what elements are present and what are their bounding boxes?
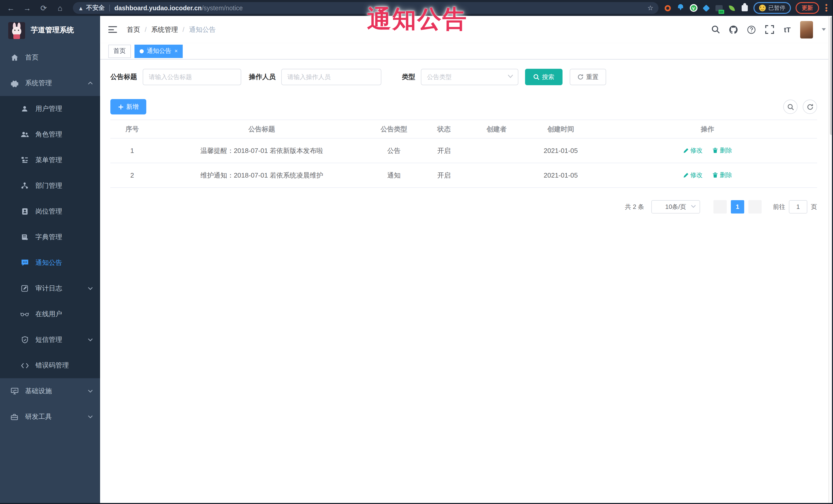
goto-page-input[interactable] <box>789 200 807 214</box>
search-form: 公告标题 操作人员 类型 搜索 <box>110 69 817 85</box>
plus-icon <box>118 104 124 110</box>
forward-icon[interactable]: → <box>21 1 34 15</box>
col-header-create-time: 创建时间 <box>524 124 598 134</box>
col-header-seq: 序号 <box>110 124 154 134</box>
toolbox-icon <box>10 413 19 421</box>
extension-pin-icon[interactable] <box>676 4 685 12</box>
warning-icon: ▲ <box>78 5 84 11</box>
extension-leaf-icon[interactable] <box>728 4 736 12</box>
annotation-overlay-text: 通知公告 <box>367 3 468 35</box>
add-button[interactable]: 新增 <box>110 99 146 115</box>
home-icon[interactable]: ⌂ <box>53 1 67 15</box>
delete-link[interactable]: 删除 <box>713 146 732 155</box>
sidebar-item-sms[interactable]: 短信管理 <box>0 327 100 353</box>
avatar[interactable] <box>800 21 813 38</box>
sidebar-item-online-users[interactable]: 在线用户 <box>0 301 100 327</box>
cell-seq: 1 <box>110 147 154 154</box>
chevron-down-icon <box>88 287 93 290</box>
back-icon[interactable]: ← <box>4 1 18 15</box>
logo[interactable]: 芋道管理系统 <box>0 16 100 45</box>
sidebar-item-departments[interactable]: 部门管理 <box>0 173 100 199</box>
scrollbar-track[interactable] <box>828 16 833 504</box>
refresh-table-button[interactable] <box>803 100 817 114</box>
table-row: 2 维护通知：2018-07-01 若依系统凌晨维护 通知 开启 2021-01… <box>110 163 817 188</box>
sidebar-item-label: 通知公告 <box>35 258 62 267</box>
browser-menu-icon[interactable]: ••• <box>824 3 829 12</box>
cell-actions: 修改 删除 <box>598 171 817 180</box>
breadcrumb-home[interactable]: 首页 <box>127 25 140 34</box>
sidebar-item-dict[interactable]: 字典管理 <box>0 224 100 250</box>
cell-type: 通知 <box>370 171 418 180</box>
org-chart-icon <box>21 182 29 190</box>
sidebar-item-label: 菜单管理 <box>35 155 62 165</box>
chevron-down-icon <box>88 415 93 418</box>
sidebar-item-error-codes[interactable]: 错误码管理 <box>0 353 100 378</box>
chevron-up-icon <box>88 81 93 85</box>
breadcrumb-system[interactable]: 系统管理 <box>151 25 178 34</box>
sidebar-item-roles[interactable]: 角色管理 <box>0 122 100 147</box>
sidebar-item-label: 错误码管理 <box>35 361 69 370</box>
reload-icon[interactable]: ⟳ <box>37 1 50 15</box>
page-size-select[interactable]: 10条/页 <box>651 200 700 214</box>
profile-paused-chip[interactable]: 已暂停 <box>754 2 791 14</box>
search-icon[interactable] <box>710 24 721 34</box>
search-icon <box>533 74 540 80</box>
active-dot-icon <box>140 49 144 53</box>
extension-green-icon[interactable]: v <box>689 4 697 12</box>
monitor-icon <box>10 387 19 395</box>
tags-view-bar: 首页 通知公告 × <box>100 43 833 59</box>
tab-close-icon[interactable]: × <box>174 48 178 54</box>
update-button[interactable]: 更新 <box>795 2 819 14</box>
sidebar-item-notice[interactable]: 通知公告 <box>0 250 100 275</box>
prev-page-button[interactable] <box>713 200 727 214</box>
delete-link[interactable]: 删除 <box>713 171 732 179</box>
col-header-status: 状态 <box>418 124 470 134</box>
type-select-input[interactable] <box>421 69 518 85</box>
sidebar-item-infrastructure[interactable]: 基础设施 <box>0 378 100 404</box>
extensions-puzzle-icon[interactable] <box>741 4 749 12</box>
next-page-button[interactable] <box>748 200 762 214</box>
sidebar-item-label: 部门管理 <box>35 181 62 190</box>
type-select[interactable] <box>421 69 518 85</box>
github-icon[interactable] <box>728 24 739 34</box>
search-button[interactable]: 搜索 <box>525 69 563 85</box>
font-size-icon[interactable]: tT <box>782 24 792 34</box>
operator-input[interactable] <box>281 69 381 85</box>
bookmark-star-icon[interactable]: ☆ <box>647 4 653 12</box>
hamburger-icon[interactable] <box>108 26 118 33</box>
edit-link[interactable]: 修改 <box>683 171 703 180</box>
scrollbar-thumb[interactable] <box>830 17 833 135</box>
extension-gem-icon[interactable] <box>702 4 710 12</box>
sidebar-item-label: 在线用户 <box>35 310 62 319</box>
trash-icon <box>713 172 718 178</box>
tab-home[interactable]: 首页 <box>108 44 131 58</box>
sidebar-item-home[interactable]: 首页 <box>0 45 100 70</box>
sidebar-item-label: 系统管理 <box>25 78 52 88</box>
notice-table: 序号 公告标题 公告类型 状态 创建者 创建时间 操作 1 温馨提醒：2018-… <box>110 120 817 188</box>
sidebar-item-menus[interactable]: 菜单管理 <box>0 147 100 173</box>
url-bar[interactable]: ▲ 不安全 dashboard.yudao.iocoder.cn /system… <box>73 2 659 14</box>
type-label: 类型 <box>402 72 415 81</box>
extension-orange-icon[interactable] <box>664 4 672 12</box>
glasses-icon <box>21 310 29 318</box>
extension-switch-icon[interactable]: on <box>715 4 723 12</box>
page-jumper: 前往 页 <box>773 200 817 214</box>
sidebar-item-posts[interactable]: 岗位管理 <box>0 199 100 224</box>
edit-link[interactable]: 修改 <box>683 146 703 155</box>
sidebar: 芋道管理系统 首页 系统管理 <box>0 16 100 504</box>
current-page-button[interactable]: 1 <box>731 200 744 214</box>
tab-notice[interactable]: 通知公告 × <box>135 44 183 58</box>
help-icon[interactable] <box>746 24 757 34</box>
reset-button[interactable]: 重置 <box>570 69 606 85</box>
fullscreen-icon[interactable] <box>764 24 775 34</box>
toggle-search-button[interactable] <box>783 100 798 114</box>
sidebar-item-users[interactable]: 用户管理 <box>0 96 100 122</box>
col-header-title: 公告标题 <box>154 124 370 134</box>
notice-title-input[interactable] <box>143 69 241 85</box>
sidebar-item-system[interactable]: 系统管理 <box>0 70 100 96</box>
sidebar-item-audit-log[interactable]: 审计日志 <box>0 275 100 301</box>
cell-seq: 2 <box>110 171 154 179</box>
sidebar-item-label: 首页 <box>25 53 39 62</box>
avatar-caret-icon[interactable] <box>822 28 826 31</box>
sidebar-item-dev-tools[interactable]: 研发工具 <box>0 404 100 430</box>
